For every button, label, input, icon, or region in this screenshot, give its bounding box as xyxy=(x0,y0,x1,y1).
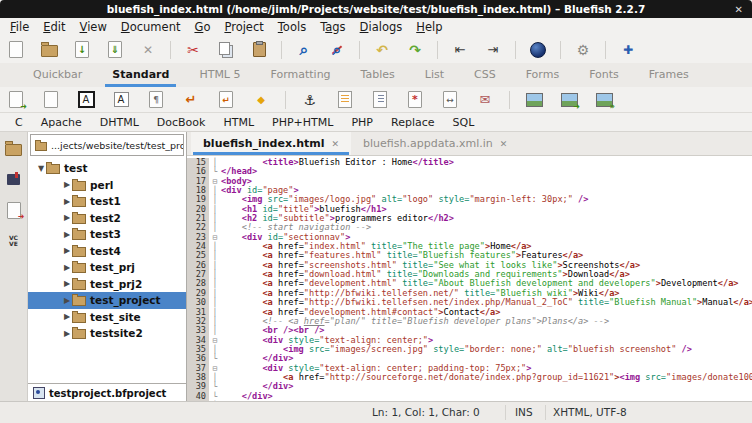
thumbnail-icon[interactable]: ➜ xyxy=(558,89,580,111)
document-tab-bluefish.appdata.xml.in[interactable]: bluefish.appdata.xml.in✕ xyxy=(351,132,519,155)
paste-icon[interactable] xyxy=(248,39,270,61)
undo-icon[interactable]: ↶ xyxy=(371,39,393,61)
center-icon[interactable] xyxy=(334,89,356,111)
code-line-29[interactable]: 29│ <a href="http://bfwiki.tellefsen.net… xyxy=(187,289,752,298)
code-line-35[interactable]: 35│ <img src="images/screen.jpg" style="… xyxy=(187,345,752,354)
character-map-icon[interactable]: VC VE xyxy=(3,230,25,252)
code-line-27[interactable]: 27│ <a href="download.html" title="Downl… xyxy=(187,270,752,279)
bookmarks-icon[interactable] xyxy=(3,168,25,190)
comment-icon[interactable]: * xyxy=(404,89,426,111)
toolbar-tab-frames[interactable]: Frames xyxy=(634,63,704,87)
tree-item-test1[interactable]: ▶test1 xyxy=(28,193,186,210)
expander-closed-icon[interactable]: ▶ xyxy=(62,213,72,222)
code-line-33[interactable]: 33│ <br /><br /> xyxy=(187,326,752,335)
toolbar-tab-standard[interactable]: Standard xyxy=(97,63,184,87)
menu-file[interactable]: File xyxy=(3,19,36,35)
lang-tab-dhtml[interactable]: DHTML xyxy=(91,116,148,129)
find-icon[interactable]: ⌕ xyxy=(293,39,315,61)
fold-collapse-icon[interactable]: ⊟ xyxy=(209,233,221,242)
toolbar-tab-css[interactable]: CSS xyxy=(459,63,511,87)
code-editor[interactable]: 15│ <title>Bluefish Editor : Home</title… xyxy=(187,156,752,402)
window-close-icon[interactable]: ✕ xyxy=(735,0,743,18)
expander-open-icon[interactable]: ▼ xyxy=(36,164,46,173)
expander-closed-icon[interactable]: ▶ xyxy=(62,246,72,255)
code-line-37[interactable]: 37⊟ <div style="text-align: center; padd… xyxy=(187,364,752,373)
open-file-icon[interactable] xyxy=(38,39,60,61)
lang-tab-replace[interactable]: Replace xyxy=(382,116,444,129)
find-replace-icon[interactable]: ⌕ xyxy=(326,39,348,61)
fold-collapse-icon[interactable]: ⊟ xyxy=(209,336,221,345)
code-line-22[interactable]: 22│ <!-- start navigation --> xyxy=(187,223,752,232)
bold-icon[interactable]: A xyxy=(75,89,97,111)
code-line-24[interactable]: 24│ <a href="index.html" title="The titl… xyxy=(187,242,752,251)
code-line-38[interactable]: 38│ <a href="http://sourceforge.net/dona… xyxy=(187,373,752,382)
tab-close-icon[interactable]: ✕ xyxy=(332,139,340,149)
indent-icon[interactable]: ⇥ xyxy=(482,39,504,61)
tree-item-test_site[interactable]: ▶test_site xyxy=(28,309,186,326)
tree-item-testsite2[interactable]: ▶testsite2 xyxy=(28,325,186,342)
break-and-clear-icon[interactable]: ↵ xyxy=(215,89,237,111)
document-tab-bluefish_index.html[interactable]: bluefish_index.html✕ xyxy=(191,132,351,155)
lang-tab-docbook[interactable]: DocBook xyxy=(148,116,215,129)
toolbar-tab-forms[interactable]: Forms xyxy=(511,63,574,87)
fold-collapse-icon[interactable]: ⊟ xyxy=(209,364,221,373)
directory-dropdown[interactable]: ...jects/website/test/test_project ▼ xyxy=(30,134,184,156)
expander-closed-icon[interactable]: ▶ xyxy=(62,279,72,288)
code-line-36[interactable]: 36└ </div> xyxy=(187,354,752,363)
code-line-19[interactable]: 19│ <img src="images/logo.jpg" alt="logo… xyxy=(187,195,752,204)
tree-item-test[interactable]: ▼test xyxy=(28,160,186,177)
lang-tab-php-html[interactable]: PHP+HTML xyxy=(263,116,342,129)
fold-collapse-icon[interactable]: ⊟ xyxy=(209,177,221,186)
multi-thumbnail-icon[interactable]: » xyxy=(593,89,615,111)
tree-item-test_prj2[interactable]: ▶test_prj2 xyxy=(28,276,186,293)
toolbar-tab-tables[interactable]: Tables xyxy=(346,63,410,87)
menu-tags[interactable]: Tags xyxy=(313,19,352,35)
code-line-16[interactable]: 16└</head> xyxy=(187,167,752,176)
menu-go[interactable]: Go xyxy=(187,19,217,35)
window-titlebar[interactable]: bluefish_index.html (/home/jimh/Projects… xyxy=(0,0,752,18)
code-line-39[interactable]: 39└ </div> xyxy=(187,382,752,391)
body-icon[interactable] xyxy=(40,89,62,111)
lang-tab-sql[interactable]: SQL xyxy=(444,116,484,129)
code-line-15[interactable]: 15│ <title>Bluefish Editor : Home</title… xyxy=(187,158,752,167)
code-line-30[interactable]: 30│ <a href="http://bfwiki.tellefsen.net… xyxy=(187,298,752,307)
lang-tab-apache[interactable]: Apache xyxy=(32,116,91,129)
right-justify-icon[interactable] xyxy=(369,89,391,111)
expander-closed-icon[interactable]: ▶ xyxy=(62,263,72,272)
rule-icon[interactable]: ↔ xyxy=(439,89,461,111)
menu-project[interactable]: Project xyxy=(217,19,270,35)
project-file-item[interactable]: testproject.bfproject xyxy=(28,383,186,402)
expander-closed-icon[interactable]: ▶ xyxy=(62,180,72,189)
lang-tab-c[interactable]: C xyxy=(6,116,32,129)
code-line-34[interactable]: 34⊟ <div style="text-align: center;"> xyxy=(187,336,752,345)
italic-icon[interactable]: A xyxy=(110,89,132,111)
tree-item-test_project[interactable]: ▶test_project xyxy=(28,292,186,309)
menu-edit[interactable]: Edit xyxy=(36,19,72,35)
preview-in-browser-icon[interactable] xyxy=(527,39,549,61)
expander-closed-icon[interactable]: ▶ xyxy=(62,230,72,239)
menu-document[interactable]: Document xyxy=(114,19,188,35)
lang-tab-php[interactable]: PHP xyxy=(342,116,382,129)
file-browser-icon[interactable] xyxy=(3,137,25,159)
redo-icon[interactable]: ↷ xyxy=(404,39,426,61)
tree-item-test2[interactable]: ▶test2 xyxy=(28,210,186,227)
close-document-icon[interactable]: ✕ xyxy=(137,39,159,61)
menu-dialogs[interactable]: Dialogs xyxy=(353,19,410,35)
code-line-26[interactable]: 26│ <a href="screenshots.html" title="Se… xyxy=(187,261,752,270)
break-icon[interactable]: ↵ xyxy=(180,89,202,111)
unindent-icon[interactable]: ⇤ xyxy=(449,39,471,61)
code-line-25[interactable]: 25│ <a href="features.html" title="Bluef… xyxy=(187,251,752,260)
tree-item-perl[interactable]: ▶perl xyxy=(28,177,186,194)
save-icon[interactable]: ↓ xyxy=(71,39,93,61)
expander-closed-icon[interactable]: ▶ xyxy=(62,296,72,305)
code-line-20[interactable]: 20│ <h1 id="title">bluefish</h1> xyxy=(187,205,752,214)
toolbar-tab-html-5[interactable]: HTML 5 xyxy=(184,63,255,87)
tab-close-icon[interactable]: ✕ xyxy=(500,139,508,149)
menu-help[interactable]: Help xyxy=(409,19,449,35)
snippets-icon[interactable]: ➜ xyxy=(3,199,25,221)
tree-item-test_prj[interactable]: ▶test_prj xyxy=(28,259,186,276)
tree-item-test3[interactable]: ▶test3 xyxy=(28,226,186,243)
non-breaking-space-icon[interactable]: ◆ xyxy=(250,89,272,111)
quickstart-icon[interactable]: ➜ xyxy=(5,89,27,111)
toolbar-tab-fonts[interactable]: Fonts xyxy=(574,63,634,87)
